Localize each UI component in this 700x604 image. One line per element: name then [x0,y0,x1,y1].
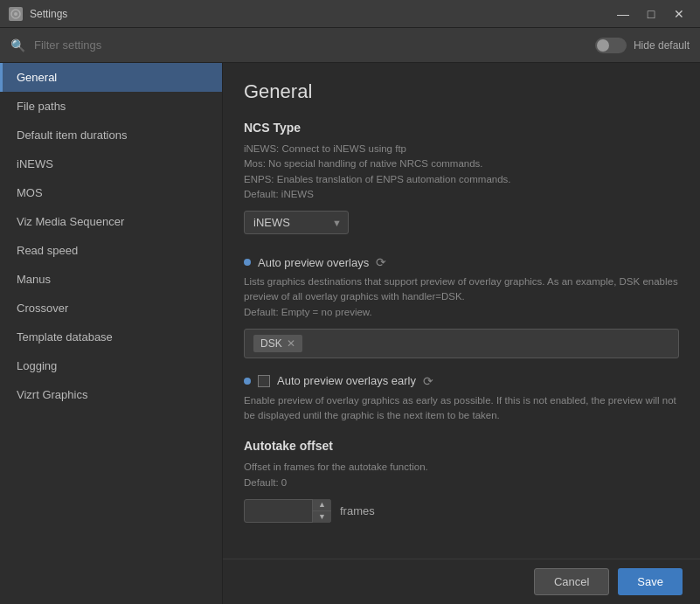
cancel-button[interactable]: Cancel [534,568,609,595]
auto-preview-overlays-desc: Lists graphics destinations that support… [244,274,679,320]
tag-dsk: DSK ✕ [253,335,302,352]
toggle-knob [597,39,609,52]
tag-remove-button[interactable]: ✕ [287,337,295,350]
auto-preview-overlays-early-section: Auto preview overlays early ⟳ Enable pre… [244,374,679,424]
footer: Cancel Save [223,559,700,604]
sidebar-item-label: Vizrt Graphics [17,388,87,401]
sidebar-item-template-database[interactable]: Template database [0,323,222,351]
ncs-type-section: NCS Type iNEWS: Connect to iNEWS using f… [244,121,679,234]
save-button[interactable]: Save [618,568,683,595]
auto-preview-overlays-desc-text: Lists graphics destinations that support… [244,274,679,305]
refresh-icon[interactable]: ⟳ [376,255,386,269]
auto-preview-overlays-section: Auto preview overlays ⟳ Lists graphics d… [244,255,679,358]
sidebar-item-label: MOS [17,186,43,199]
autotake-offset-desc: Offset in frames for the autotake functi… [244,460,679,490]
title-bar: Settings — □ ✕ [0,0,700,28]
sidebar-item-crossover[interactable]: Crossover [0,294,222,323]
sidebar-item-label: Template database [17,330,113,344]
sidebar-item-label: Logging [17,359,57,372]
ncs-type-title: NCS Type [244,121,679,135]
spinner-up-button[interactable]: ▲ [312,499,331,511]
auto-preview-overlays-label: Auto preview overlays [258,256,369,269]
ncs-line-3: ENPS: Enables translation of ENPS automa… [244,172,679,187]
title-bar-left: Settings [9,7,67,21]
autotake-offset-input-wrap: 0 ▲ ▼ [244,499,331,523]
window-controls: — □ ✕ [611,4,691,24]
auto-preview-overlays-early-header: Auto preview overlays early ⟳ [244,374,679,388]
sidebar-item-inews[interactable]: iNEWS [0,149,222,178]
auto-preview-overlays-default: Default: Empty = no preview. [244,305,679,320]
auto-preview-overlays-header: Auto preview overlays ⟳ [244,255,679,269]
autotake-offset-section: Autotake offset Offset in frames for the… [244,439,679,523]
search-input[interactable] [34,38,586,52]
autotake-offset-row: 0 ▲ ▼ frames [244,499,679,523]
sidebar-item-viz-media-sequencer[interactable]: Viz Media Sequencer [0,207,222,236]
app-icon [9,7,23,21]
auto-preview-early-checkbox[interactable] [258,375,270,387]
ncs-line-1: iNEWS: Connect to iNEWS using ftp [244,142,679,156]
content-area: General NCS Type iNEWS: Connect to iNEWS… [223,63,700,604]
page-title: General [244,80,679,103]
autotake-offset-title: Autotake offset [244,439,679,453]
maximize-button[interactable]: □ [639,4,663,24]
sidebar-item-label: Crossover [17,302,68,315]
window-title: Settings [30,8,67,20]
minimize-button[interactable]: — [611,4,635,24]
sidebar-item-label: Manus [17,273,51,286]
auto-preview-overlays-early-label: Auto preview overlays early [277,374,416,387]
sidebar-item-general[interactable]: General [0,63,222,92]
autotake-offset-default: Default: 0 [244,476,679,490]
sidebar-item-default-item-durations[interactable]: Default item durations [0,121,222,149]
spinner-controls: ▲ ▼ [312,499,331,523]
autotake-offset-desc-text: Offset in frames for the autotake functi… [244,460,679,475]
refresh-icon-2[interactable]: ⟳ [423,374,433,388]
sidebar-item-read-speed[interactable]: Read speed [0,236,222,265]
sidebar-item-label: iNEWS [17,157,53,170]
hide-default-toggle[interactable]: Hide default [595,38,690,53]
svg-point-1 [14,12,17,16]
autotake-units-label: frames [340,504,375,517]
sidebar-item-label: File paths [17,100,66,113]
sidebar-item-label: Read speed [17,244,78,257]
ncs-line-2: Mos: No special handling of native NRCS … [244,156,679,171]
auto-preview-overlays-input[interactable]: DSK ✕ [244,329,679,358]
close-button[interactable]: ✕ [667,4,691,24]
sidebar: General File paths Default item duration… [0,63,223,604]
sidebar-item-mos[interactable]: MOS [0,178,222,207]
search-bar: 🔍 Hide default [0,28,700,63]
ncs-type-dropdown-wrap: iNEWS Mos ENPS ▼ [244,211,349,234]
sidebar-item-manus[interactable]: Manus [0,265,222,294]
sidebar-item-label: General [17,71,57,84]
tag-label: DSK [260,337,282,350]
ncs-type-dropdown[interactable]: iNEWS Mos ENPS [244,211,349,234]
auto-preview-overlays-early-desc: Enable preview of overlay graphics as ea… [244,393,679,424]
bullet-icon-2 [244,378,251,385]
sidebar-item-logging[interactable]: Logging [0,351,222,380]
sidebar-item-vizrt-graphics[interactable]: Vizrt Graphics [0,380,222,409]
search-icon: 🔍 [10,38,25,52]
hide-default-switch[interactable] [595,38,627,53]
bullet-icon [244,259,251,266]
sidebar-item-label: Default item durations [17,128,127,142]
sidebar-item-label: Viz Media Sequencer [17,215,124,228]
ncs-line-4: Default: iNEWS [244,187,679,202]
hide-default-label: Hide default [634,39,690,52]
sidebar-item-file-paths[interactable]: File paths [0,92,222,121]
spinner-down-button[interactable]: ▼ [312,511,331,523]
main-layout: General File paths Default item duration… [0,63,700,604]
ncs-type-desc: iNEWS: Connect to iNEWS using ftp Mos: N… [244,142,679,202]
